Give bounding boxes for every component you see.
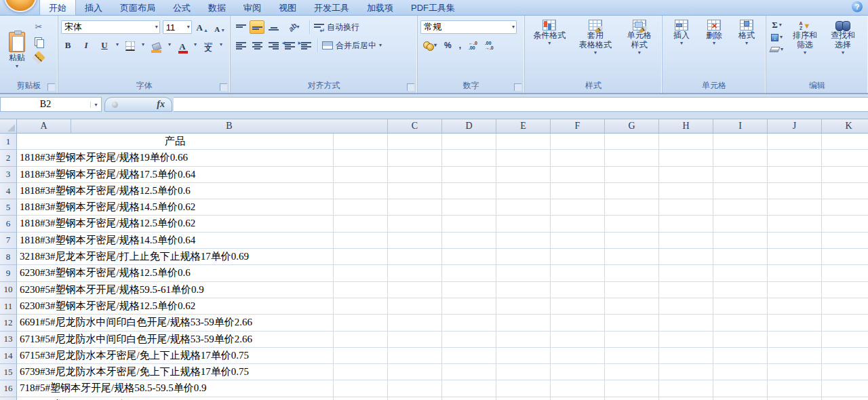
- cell[interactable]: [496, 216, 551, 232]
- cell[interactable]: [605, 183, 659, 199]
- row-header[interactable]: 6: [0, 216, 17, 232]
- cell[interactable]: [388, 233, 442, 249]
- cell[interactable]: [713, 348, 768, 364]
- cell[interactable]: [605, 216, 659, 232]
- paste-dropdown-arrow[interactable]: ▾: [16, 64, 18, 69]
- cell[interactable]: [334, 315, 388, 331]
- cell[interactable]: [605, 332, 659, 348]
- cell[interactable]: [659, 249, 713, 265]
- cell[interactable]: [442, 167, 496, 183]
- cell[interactable]: [822, 199, 868, 216]
- cell[interactable]: [334, 364, 388, 380]
- cell[interactable]: [605, 298, 659, 315]
- increase-decimal-button[interactable]: ←.0 .00: [466, 39, 480, 52]
- cell[interactable]: [822, 150, 868, 166]
- autosum-dropdown-arrow[interactable]: ▾: [779, 22, 782, 28]
- comma-style-button[interactable]: ,: [456, 39, 464, 52]
- cell[interactable]: [605, 265, 659, 281]
- cell[interactable]: [496, 380, 551, 397]
- column-header[interactable]: D: [442, 119, 496, 134]
- cell[interactable]: [388, 249, 442, 265]
- phonetic-guide-button[interactable]: wén文: [201, 38, 215, 52]
- select-all-corner[interactable]: [0, 119, 17, 134]
- insert-cells-button[interactable]: 插入 ▾: [666, 17, 697, 81]
- cell[interactable]: [551, 380, 605, 397]
- cell[interactable]: [768, 183, 822, 199]
- cell[interactable]: [388, 397, 442, 400]
- wrap-text-button[interactable]: 自动换行: [314, 22, 359, 33]
- find-select-dropdown-arrow[interactable]: ▾: [842, 50, 844, 56]
- cell[interactable]: [496, 397, 551, 400]
- font-dialog-launcher-icon[interactable]: [220, 83, 227, 91]
- align-top-button[interactable]: [233, 20, 248, 34]
- cell[interactable]: [334, 216, 388, 232]
- cell[interactable]: 1818#3#塑钢本牙密尾/规格14.5单价0.64: [17, 233, 334, 249]
- borders-dropdown-arrow[interactable]: ▾: [142, 42, 144, 47]
- row-header[interactable]: 15: [0, 364, 17, 380]
- cell[interactable]: [822, 265, 868, 281]
- cell[interactable]: 718#5#塑钢本牙开尾/规格58.5-59.5单价0.9: [17, 380, 334, 397]
- cell[interactable]: 1818#3#塑钢本牙密尾/规格12.5单价0.6: [17, 183, 334, 199]
- column-header[interactable]: B: [71, 119, 388, 134]
- cell[interactable]: [605, 380, 659, 397]
- ribbon-tab[interactable]: 数据: [199, 0, 235, 16]
- font-name-dropdown-arrow[interactable]: ▾: [155, 24, 158, 30]
- cell[interactable]: [388, 265, 442, 281]
- accounting-format-button[interactable]: ▾: [420, 39, 439, 52]
- cell[interactable]: 6739#3#尼龙防水本牙密尾/免上下止规格17单价0.75: [17, 364, 334, 380]
- row-header[interactable]: 9: [0, 265, 17, 281]
- cell[interactable]: [768, 199, 822, 216]
- cell[interactable]: [334, 167, 388, 183]
- cell[interactable]: [659, 380, 713, 397]
- cell[interactable]: [768, 380, 822, 397]
- cell[interactable]: 6715#3#尼龙防水本牙密尾/免上下止规格17单价0.75: [17, 348, 334, 364]
- accounting-dropdown-arrow[interactable]: ▾: [434, 43, 437, 48]
- cell[interactable]: [659, 282, 713, 298]
- cell[interactable]: [551, 183, 605, 199]
- number-format-select[interactable]: 常规 ▾: [420, 20, 517, 34]
- cell[interactable]: [334, 397, 388, 400]
- cell[interactable]: [605, 233, 659, 249]
- cell[interactable]: [334, 249, 388, 265]
- cell[interactable]: [551, 282, 605, 298]
- cell[interactable]: [822, 397, 868, 400]
- column-header[interactable]: F: [551, 119, 605, 134]
- cell[interactable]: [551, 249, 605, 265]
- cell[interactable]: [551, 397, 605, 400]
- help-icon[interactable]: ?: [852, 1, 863, 12]
- fill-color-button[interactable]: [149, 38, 163, 52]
- sort-filter-dropdown-arrow[interactable]: ▾: [804, 50, 806, 56]
- column-header[interactable]: G: [605, 119, 659, 134]
- autosum-button[interactable]: Σ ▾: [770, 20, 783, 31]
- clear-button[interactable]: ▾: [770, 44, 783, 55]
- office-button[interactable]: [4, 0, 37, 12]
- cell[interactable]: [768, 397, 822, 400]
- merge-center-button[interactable]: 合并后居中 ▾: [322, 40, 382, 52]
- cell-styles-dropdown-arrow[interactable]: ▾: [638, 50, 641, 56]
- cell[interactable]: [659, 167, 713, 183]
- row-header[interactable]: 4: [0, 183, 17, 199]
- column-header[interactable]: A: [17, 119, 71, 134]
- cell[interactable]: [822, 332, 868, 348]
- cell[interactable]: 6713#5#尼龙防水中间印白色开尾/规格53-59单价2.66: [17, 332, 334, 348]
- cell[interactable]: [551, 134, 605, 150]
- cell[interactable]: [713, 380, 768, 397]
- increase-indent-button[interactable]: ►: [298, 39, 313, 52]
- paste-button[interactable]: 粘贴 ▾: [3, 18, 31, 81]
- cell[interactable]: [388, 298, 442, 315]
- ribbon-tab[interactable]: 插入: [76, 0, 111, 16]
- percent-style-button[interactable]: %: [441, 39, 454, 52]
- cell[interactable]: [496, 282, 551, 298]
- cell[interactable]: [659, 150, 713, 166]
- cell[interactable]: [334, 183, 388, 199]
- cell[interactable]: [334, 134, 388, 150]
- cell[interactable]: [768, 167, 822, 183]
- italic-button[interactable]: I: [79, 38, 93, 52]
- cell[interactable]: [605, 199, 659, 216]
- cell[interactable]: [605, 397, 659, 400]
- cell[interactable]: [442, 249, 496, 265]
- cell[interactable]: [388, 134, 442, 150]
- row-header[interactable]: 10: [0, 282, 17, 298]
- align-right-button[interactable]: [266, 39, 281, 52]
- cell[interactable]: [713, 199, 768, 216]
